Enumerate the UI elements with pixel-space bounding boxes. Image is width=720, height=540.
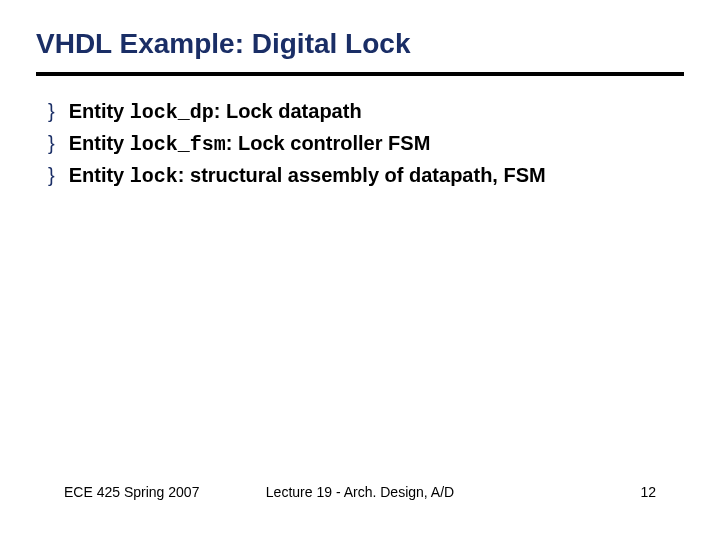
footer-left: ECE 425 Spring 2007	[64, 484, 199, 500]
bullet-icon: }	[48, 162, 55, 189]
footer: ECE 425 Spring 2007 Lecture 19 - Arch. D…	[0, 484, 720, 500]
bullet-text: Entity lock: structural assembly of data…	[69, 162, 546, 190]
page-number: 12	[640, 484, 656, 500]
bullet-list: } Entity lock_dp: Lock datapath } Entity…	[36, 98, 684, 190]
footer-center: Lecture 19 - Arch. Design, A/D	[266, 484, 454, 500]
list-item: } Entity lock_dp: Lock datapath	[48, 98, 684, 126]
slide: VHDL Example: Digital Lock } Entity lock…	[0, 0, 720, 540]
page-title: VHDL Example: Digital Lock	[36, 28, 684, 76]
list-item: } Entity lock: structural assembly of da…	[48, 162, 684, 190]
list-item: } Entity lock_fsm: Lock controller FSM	[48, 130, 684, 158]
bullet-text: Entity lock_dp: Lock datapath	[69, 98, 362, 126]
bullet-icon: }	[48, 98, 55, 125]
bullet-icon: }	[48, 130, 55, 157]
bullet-text: Entity lock_fsm: Lock controller FSM	[69, 130, 431, 158]
